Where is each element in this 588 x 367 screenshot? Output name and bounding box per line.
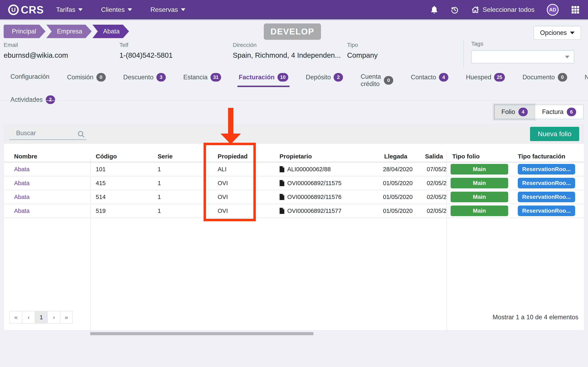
tab-depósito[interactable]: Depósito 2 — [305, 71, 344, 86]
folio-name-link[interactable]: Abata — [14, 208, 30, 214]
cell-propietario: OVI00006892/11575 — [273, 176, 365, 190]
tab-documento[interactable]: Documento 0 — [521, 71, 568, 86]
breadcrumb-abata[interactable]: Abata — [93, 25, 129, 38]
tab-count-badge: 2 — [46, 95, 55, 104]
cell-serie: 1 — [151, 176, 208, 190]
tipo-folio-badge[interactable]: Main — [450, 192, 508, 202]
breadcrumb-principal[interactable]: Principal — [4, 25, 45, 38]
tab-facturación[interactable]: Facturación 10 — [237, 71, 289, 87]
options-label: Opciones — [540, 29, 567, 36]
email-label: Email — [4, 42, 68, 48]
table-toolbar: Nueva folio — [4, 124, 584, 144]
folio-name-link[interactable]: Abata — [14, 166, 30, 173]
tipo-folio-badge[interactable]: Main — [450, 178, 508, 188]
folio-toggle-button[interactable]: Folio 4 — [494, 105, 535, 119]
pagination-page-1[interactable]: 1 — [35, 311, 47, 324]
options-button[interactable]: Opciones — [534, 26, 581, 40]
col-header-llegada[interactable]: Llegada — [365, 151, 417, 162]
menu-reservas[interactable]: Reservas — [150, 6, 185, 13]
cell-propietario: OVI00006892/11576 — [273, 190, 365, 204]
tipo-folio-badge[interactable]: Main — [450, 206, 508, 216]
tab-count-badge: 31 — [210, 73, 221, 82]
table-row: Abata 101 1 ALI ALI00000062/88 28/04/202… — [4, 162, 584, 176]
type-label: Tipo — [347, 42, 378, 48]
cell-codigo: 514 — [90, 190, 151, 204]
menu-tarifas[interactable]: Tarifas — [56, 6, 83, 13]
folio-name-link[interactable]: Abata — [14, 180, 30, 187]
chevron-down-icon — [181, 8, 185, 11]
tab-label: Comisión — [67, 74, 93, 81]
col-header-propietario[interactable]: Propietario — [273, 151, 365, 162]
bell-icon[interactable] — [430, 6, 438, 14]
tab-descuento[interactable]: Descuento 3 — [122, 71, 167, 86]
propietario-value: OVI00006892/11575 — [287, 180, 342, 187]
tab-count-badge: 0 — [558, 73, 567, 82]
tab-comisión[interactable]: Comisión 0 — [66, 71, 107, 86]
cell-propiedad: ALI — [208, 162, 273, 176]
menu-clientes[interactable]: Clientes — [101, 6, 132, 13]
folio-name-link[interactable]: Abata — [14, 194, 30, 200]
col-header-serie[interactable]: Serie — [151, 151, 208, 162]
factura-count-badge: 6 — [567, 108, 576, 116]
new-folio-button[interactable]: Nueva folio — [530, 127, 579, 141]
pagination-prev-button[interactable]: ‹ — [22, 311, 35, 324]
tab-negociadas[interactable]: Negociadas 0 — [584, 71, 588, 86]
tipo-facturacion-badge[interactable]: ReservationRoo... — [518, 192, 575, 202]
logo-u-circle-icon: U — [8, 4, 19, 15]
tab-configuración[interactable]: Configuración — [9, 71, 51, 84]
apps-grid-icon[interactable] — [571, 5, 580, 14]
propietario-value: OVI00006892/11576 — [287, 194, 342, 200]
breadcrumb-empresa[interactable]: Empresa — [46, 25, 92, 38]
tab-huesped[interactable]: Huesped 25 — [465, 71, 506, 86]
search-input[interactable] — [9, 128, 86, 140]
col-header-salida[interactable]: Salida — [417, 151, 447, 162]
tab-actividades[interactable]: Actividades 2 — [9, 93, 56, 108]
tab-count-badge: 3 — [156, 73, 166, 82]
factura-toggle-button[interactable]: Factura 6 — [535, 105, 584, 119]
col-header-nombre[interactable]: Nombre — [4, 151, 90, 162]
col-header-tipo-folio[interactable]: Tipo folio — [447, 151, 513, 162]
tipo-facturacion-badge[interactable]: ReservationRoo... — [518, 178, 575, 188]
history-icon[interactable] — [450, 6, 459, 14]
cell-serie: 1 — [151, 162, 208, 176]
pagination-first-button[interactable]: « — [9, 311, 22, 324]
tab-count-badge: 0 — [384, 76, 393, 85]
main-menu: Tarifas Clientes Reservas — [56, 6, 185, 13]
entity-tabs: Configuración Comisión 0 Descuento 3 Est… — [0, 71, 588, 108]
chevron-down-icon — [78, 8, 83, 11]
table-row: Abata 514 1 OVI OVI00006892/11576 01/05/… — [4, 190, 584, 204]
tab-label: Actividades — [10, 96, 43, 103]
cell-propiedad: OVI — [208, 204, 273, 217]
col-header-tipo-facturacion[interactable]: Tipo facturación — [513, 151, 585, 162]
col-header-propiedad[interactable]: Propiedad — [208, 151, 273, 162]
folio-factura-toggle: Folio 4 Factura 6 — [494, 105, 584, 119]
tab-cuenta-crédito[interactable]: Cuenta crédito 0 — [359, 71, 394, 92]
table-row: Abata 519 1 OVI OVI00006892/11577 01/05/… — [4, 204, 584, 218]
tags-select[interactable] — [471, 50, 574, 63]
document-icon — [279, 208, 285, 214]
select-all-label: Seleccionar todos — [483, 6, 535, 13]
app-logo[interactable]: U CRS — [8, 4, 44, 16]
col-header-codigo[interactable]: Código — [90, 151, 151, 162]
cell-propietario: OVI00006892/11577 — [273, 204, 365, 217]
home-icon — [471, 6, 479, 14]
user-avatar[interactable]: AD — [547, 4, 559, 16]
select-all-button[interactable]: Seleccionar todos — [471, 6, 535, 14]
chevron-down-icon — [128, 8, 132, 11]
tab-contacto[interactable]: Contacto 4 — [410, 71, 450, 86]
chevron-down-icon — [570, 32, 575, 34]
address-value: Spain, Richmond, 4 Independen... — [233, 51, 341, 59]
tab-label: Huesped — [466, 74, 491, 81]
tab-label: Configuración — [10, 73, 49, 80]
cell-codigo: 519 — [90, 204, 151, 217]
pagination-last-button[interactable]: » — [60, 311, 73, 324]
propietario-value: OVI00006892/11577 — [287, 208, 342, 214]
pagination-next-button[interactable]: › — [47, 311, 60, 324]
top-navbar: U CRS Tarifas Clientes Reservas Seleccio… — [0, 0, 588, 19]
tipo-facturacion-badge[interactable]: ReservationRoo... — [518, 164, 575, 175]
tab-estancia[interactable]: Estancia 31 — [182, 71, 223, 86]
horizontal-scrollbar-thumb[interactable] — [90, 332, 313, 335]
tipo-facturacion-badge[interactable]: ReservationRoo... — [518, 206, 575, 216]
tab-count-badge: 25 — [494, 73, 505, 82]
tipo-folio-badge[interactable]: Main — [450, 164, 508, 175]
